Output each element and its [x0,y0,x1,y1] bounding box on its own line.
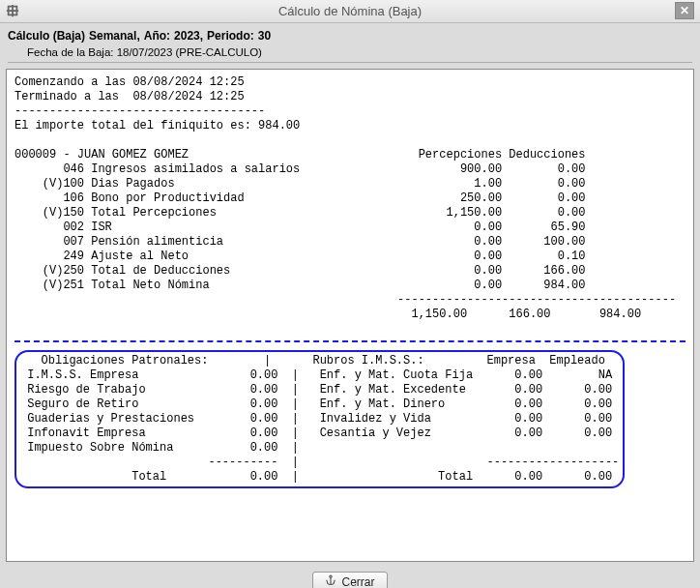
low-date-label: Fecha de la Baja: [27,46,114,58]
close-icon: ✕ [680,4,689,17]
footer: Cerrar [0,568,700,588]
close-button-label: Cerrar [341,575,374,589]
header-row-main: Cálculo (Baja) Semanal, Año: 2023, Perio… [8,27,692,44]
low-date-value: 18/07/2023 (PRE-CALCULO) [117,46,262,58]
header: Cálculo (Baja) Semanal, Año: 2023, Perio… [0,23,700,63]
period-type: Semanal, [89,29,140,43]
close-action-button[interactable]: Cerrar [312,572,387,588]
year-label: Año: [144,29,170,43]
anchor-icon [325,574,336,588]
calc-label: Cálculo (Baja) [8,29,85,43]
log-content: Comenzando a las 08/08/2024 12:25 Termin… [6,69,694,562]
title-bar: Cálculo de Nómina (Baja) ✕ [0,0,700,23]
header-row-date: Fecha de la Baja: 18/07/2023 (PRE-CALCUL… [8,44,692,63]
patronales-imss-box: Obligaciones Patronales: | Rubros I.M.S.… [15,350,625,488]
app-icon [6,4,19,17]
svg-point-0 [330,575,332,577]
period-value: 30 [258,29,271,43]
period-label: Periodo: [207,29,254,43]
section-separator [15,340,685,342]
year-value: 2023, [174,29,203,43]
window-title: Cálculo de Nómina (Baja) [278,4,422,18]
close-button[interactable]: ✕ [675,2,694,19]
